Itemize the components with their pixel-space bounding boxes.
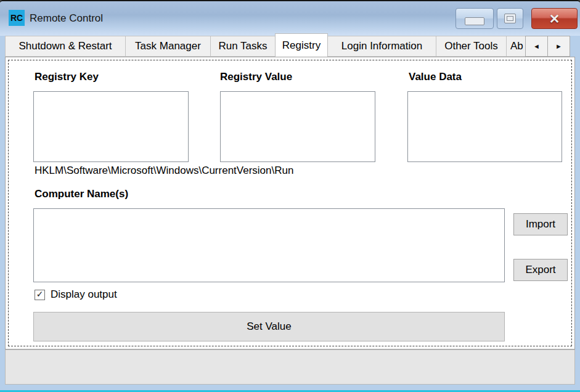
tab-about-truncated[interactable]: Ab [506,36,526,57]
tab-strip: Shutdown & Restart Task Manager Run Task… [5,36,576,57]
tab-scroll-right-button[interactable]: ► [547,36,570,57]
title-bar: RC Remote Control ✕ [0,1,580,36]
export-button[interactable]: Export [513,259,568,281]
value-data-label: Value Data [409,71,462,83]
remote-control-window: RC Remote Control ✕ Shutdown & Restart T… [0,0,580,392]
tab-task-manager[interactable]: Task Manager [125,36,211,57]
scroll-left-icon: ◄ [533,43,540,50]
tab-registry[interactable]: Registry [275,33,328,57]
registry-key-label: Registry Key [35,71,99,83]
scroll-right-icon: ► [555,43,562,50]
minimize-button[interactable] [455,8,494,29]
tab-shutdown-restart[interactable]: Shutdown & Restart [5,36,126,57]
registry-key-listbox[interactable] [33,91,189,162]
minimize-icon [465,17,484,25]
registry-value-listbox[interactable] [220,91,375,162]
close-button[interactable]: ✕ [531,8,578,29]
app-icon: RC [9,10,25,26]
computer-names-label: Computer Name(s) [35,188,128,200]
display-output-checkbox[interactable]: ✓ [35,290,45,300]
maximize-button[interactable] [497,8,523,29]
registry-tab-page: Registry Key Registry Value Value Data H… [5,57,575,349]
display-output-row: ✓ Display output [35,288,117,301]
tab-run-tasks[interactable]: Run Tasks [210,36,276,57]
display-output-label: Display output [51,288,117,301]
registry-path-text: HKLM\Software\Microsoft\Windows\CurrentV… [35,165,293,177]
tab-other-tools[interactable]: Other Tools [436,36,507,57]
checkmark-icon: ✓ [36,290,44,298]
import-button[interactable]: Import [513,213,568,235]
tab-login-information[interactable]: Login Information [327,36,436,57]
registry-value-label: Registry Value [220,71,292,83]
bottom-status-panel [5,349,575,385]
value-data-listbox[interactable] [407,91,562,162]
tab-scroll-left-button[interactable]: ◄ [525,36,548,57]
set-value-button[interactable]: Set Value [33,312,505,341]
maximize-icon [504,14,516,23]
computer-names-input[interactable] [33,208,505,282]
close-icon: ✕ [549,12,560,25]
window-title: Remote Control [30,1,103,36]
